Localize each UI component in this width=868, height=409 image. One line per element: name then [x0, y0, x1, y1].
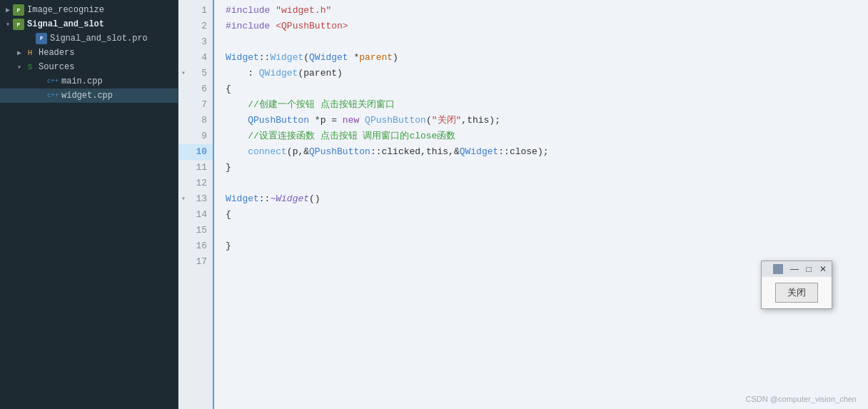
- arrow-headers: ▶: [14, 48, 24, 58]
- label-signal-and-slot: Signal_and_slot: [27, 19, 104, 29]
- line-num-2: 2: [178, 19, 213, 34]
- sidebar-item-main-cpp[interactable]: c++ main.cpp: [0, 74, 178, 89]
- code-line-1: #include "widget.h": [226, 3, 868, 19]
- label-headers: Headers: [39, 48, 74, 58]
- icon-image-recognize: P: [13, 4, 24, 16]
- code-line-4: Widget::Widget(QWidget *parent): [226, 50, 868, 66]
- line-num-4: 4: [178, 50, 213, 66]
- code-line-15: [226, 223, 868, 238]
- sidebar-item-widget-cpp[interactable]: c++ widget.cpp: [0, 89, 178, 103]
- label-pro: Signal_and_slot.pro: [50, 34, 148, 44]
- code-content: #include "widget.h" #include <QPushButto…: [214, 0, 868, 409]
- minimize-button[interactable]: —: [789, 263, 800, 275]
- code-line-13: Widget::~Widget(): [226, 191, 868, 207]
- code-container: 1 2 3 4 5 6 7 8 9 10 11 12 13 14 15 16 1…: [178, 0, 868, 409]
- code-line-3: [226, 34, 868, 50]
- line-num-7: 7: [178, 97, 213, 113]
- icon-pro: P: [36, 33, 47, 44]
- arrow-signal-and-slot: ▾: [3, 19, 13, 29]
- float-window: — □ ✕ 关闭: [761, 261, 832, 309]
- spacer-widget: [37, 91, 47, 101]
- icon-main-cpp: c++: [47, 76, 59, 87]
- project-sidebar: ▶ P Image_recognize ▾ P Signal_and_slot …: [0, 0, 178, 409]
- sidebar-item-sources[interactable]: ▾ S Sources: [0, 60, 178, 74]
- label-main-cpp: main.cpp: [61, 76, 103, 86]
- close-window-button[interactable]: ✕: [817, 263, 829, 275]
- code-line-11: }: [226, 160, 868, 176]
- line-num-11: 11: [178, 160, 213, 176]
- code-line-5: : QWidget(parent): [226, 66, 868, 81]
- label-image-recognize: Image_recognize: [27, 5, 104, 15]
- close-widget-button[interactable]: 关闭: [775, 283, 818, 303]
- line-numbers: 1 2 3 4 5 6 7 8 9 10 11 12 13 14 15 16 1…: [178, 0, 214, 409]
- sidebar-item-headers[interactable]: ▶ H Headers: [0, 46, 178, 60]
- float-titlebar: — □ ✕: [762, 261, 832, 277]
- line-num-16: 16: [178, 238, 213, 254]
- restore-button[interactable]: □: [803, 263, 814, 275]
- code-line-6: {: [226, 81, 868, 97]
- line-num-3: 3: [178, 34, 213, 50]
- float-window-icon: [773, 264, 783, 274]
- line-num-14: 14: [178, 207, 213, 223]
- line-num-12: 12: [178, 176, 213, 191]
- spacer-pro: [26, 34, 36, 44]
- code-line-7: //创建一个按钮 点击按钮关闭窗口: [226, 97, 868, 113]
- line-num-8: 8: [178, 113, 213, 128]
- icon-headers: H: [24, 47, 36, 59]
- code-line-14: {: [226, 207, 868, 223]
- line-num-5: 5: [178, 66, 213, 81]
- line-num-10: 10: [178, 144, 213, 160]
- code-line-9: //设置连接函数 点击按钮 调用窗口的close函数: [226, 128, 868, 144]
- arrow-sources: ▾: [14, 62, 24, 72]
- arrow-image-recognize: ▶: [3, 5, 13, 15]
- code-line-2: #include <QPushButton>: [226, 19, 868, 34]
- code-line-16: }: [226, 238, 868, 254]
- line-num-6: 6: [178, 81, 213, 97]
- icon-widget-cpp: c++: [47, 90, 59, 101]
- line-num-13: 13: [178, 191, 213, 207]
- line-num-1: 1: [178, 3, 213, 19]
- label-sources: Sources: [39, 62, 74, 72]
- code-line-10: connect(p,&QPushButton::clicked,this,&QW…: [226, 144, 868, 160]
- line-num-17: 17: [178, 254, 213, 270]
- float-content: 关闭: [762, 277, 832, 308]
- code-line-12: [226, 176, 868, 191]
- watermark: CSDN @computer_vision_chen: [746, 395, 857, 403]
- sidebar-item-image-recognize[interactable]: ▶ P Image_recognize: [0, 3, 178, 17]
- spacer-main: [37, 76, 47, 86]
- line-num-15: 15: [178, 223, 213, 238]
- code-line-8: QPushButton *p = new QPushButton("关闭",th…: [226, 113, 868, 128]
- icon-signal-and-slot: P: [13, 19, 24, 30]
- sidebar-item-pro[interactable]: P Signal_and_slot.pro: [0, 31, 178, 46]
- line-num-9: 9: [178, 128, 213, 144]
- sidebar-item-signal-and-slot[interactable]: ▾ P Signal_and_slot: [0, 17, 178, 31]
- label-widget-cpp: widget.cpp: [61, 91, 113, 101]
- icon-sources: S: [24, 61, 36, 73]
- code-editor: 1 2 3 4 5 6 7 8 9 10 11 12 13 14 15 16 1…: [178, 0, 868, 409]
